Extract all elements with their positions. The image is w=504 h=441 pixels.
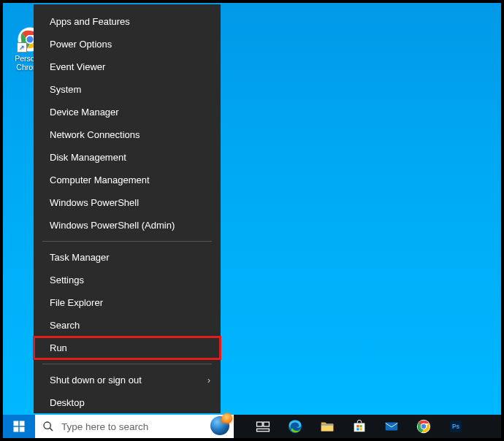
taskbar: Type here to search bbox=[3, 415, 501, 438]
svg-rect-5 bbox=[14, 427, 19, 432]
menu-item-label: Settings bbox=[50, 275, 84, 285]
menu-item-label: Shut down or sign out bbox=[50, 375, 142, 386]
menu-item-label: File Explorer bbox=[50, 297, 103, 308]
menu-item-label: Network Connections bbox=[50, 129, 140, 140]
svg-rect-4 bbox=[20, 421, 25, 426]
winx-context-menu: Apps and FeaturesPower OptionsEvent View… bbox=[34, 4, 221, 413]
taskbar-edge[interactable] bbox=[279, 415, 311, 438]
taskbar-file-explorer[interactable] bbox=[311, 415, 343, 438]
edge-icon bbox=[287, 418, 303, 434]
menu-item-label: Disk Management bbox=[50, 152, 126, 163]
menu-item-search[interactable]: Search bbox=[34, 314, 221, 337]
menu-item-label: Apps and Features bbox=[50, 16, 130, 27]
menu-item-shut-down-or-sign-out[interactable]: Shut down or sign out› bbox=[34, 369, 221, 391]
menu-item-label: System bbox=[50, 84, 81, 95]
menu-item-windows-powershell[interactable]: Windows PowerShell bbox=[34, 191, 221, 214]
svg-rect-19 bbox=[386, 423, 398, 431]
menu-item-label: Power Options bbox=[50, 39, 112, 50]
svg-point-7 bbox=[44, 422, 50, 429]
chrome-icon bbox=[416, 418, 432, 434]
svg-text:Ps: Ps bbox=[452, 423, 460, 430]
menu-item-label: Search bbox=[50, 320, 80, 331]
svg-rect-17 bbox=[356, 428, 359, 430]
taskbar-microsoft-store[interactable] bbox=[343, 415, 375, 438]
taskbar-mail[interactable] bbox=[375, 415, 408, 438]
menu-item-device-manager[interactable]: Device Manager bbox=[34, 101, 221, 123]
svg-rect-13 bbox=[321, 424, 334, 425]
task-view-icon bbox=[255, 418, 271, 434]
search-icon bbox=[42, 421, 54, 432]
menu-item-label: Event Viewer bbox=[50, 61, 105, 72]
menu-item-network-connections[interactable]: Network Connections bbox=[34, 123, 221, 146]
menu-item-computer-management[interactable]: Computer Management bbox=[34, 169, 221, 191]
start-button[interactable] bbox=[3, 415, 35, 438]
shortcut-badge-icon: ↗ bbox=[17, 42, 27, 53]
menu-item-settings[interactable]: Settings bbox=[34, 269, 221, 291]
menu-item-system[interactable]: System bbox=[34, 78, 221, 101]
svg-line-8 bbox=[50, 428, 53, 431]
svg-rect-10 bbox=[264, 422, 270, 426]
chevron-right-icon: › bbox=[207, 375, 210, 386]
store-icon bbox=[351, 418, 367, 434]
menu-item-task-manager[interactable]: Task Manager bbox=[34, 246, 221, 269]
svg-rect-15 bbox=[356, 425, 359, 427]
menu-separator bbox=[42, 364, 212, 364]
menu-item-label: Windows PowerShell bbox=[50, 197, 139, 208]
desktop[interactable]: ↗ Personal Chrome Apps and FeaturesPower… bbox=[3, 3, 501, 415]
svg-rect-9 bbox=[257, 422, 263, 426]
search-placeholder: Type here to search bbox=[61, 421, 226, 432]
taskbar-photoshop[interactable]: Ps bbox=[440, 415, 472, 438]
menu-item-desktop[interactable]: Desktop bbox=[34, 391, 221, 414]
taskbar-task-view[interactable] bbox=[247, 415, 279, 438]
menu-item-event-viewer[interactable]: Event Viewer bbox=[34, 55, 221, 78]
svg-rect-18 bbox=[359, 428, 362, 430]
menu-item-disk-management[interactable]: Disk Management bbox=[34, 146, 221, 169]
svg-rect-16 bbox=[359, 425, 362, 427]
menu-item-power-options[interactable]: Power Options bbox=[34, 33, 221, 55]
menu-item-label: Windows PowerShell (Admin) bbox=[50, 220, 175, 231]
svg-rect-11 bbox=[257, 429, 270, 431]
menu-item-file-explorer[interactable]: File Explorer bbox=[34, 291, 221, 314]
menu-item-label: Computer Management bbox=[50, 175, 150, 185]
taskbar-search[interactable]: Type here to search bbox=[35, 415, 234, 438]
mail-icon bbox=[383, 418, 400, 434]
menu-separator bbox=[42, 241, 212, 242]
menu-item-apps-and-features[interactable]: Apps and Features bbox=[34, 10, 221, 33]
menu-item-windows-powershell-admin[interactable]: Windows PowerShell (Admin) bbox=[34, 214, 221, 237]
photoshop-icon: Ps bbox=[448, 418, 464, 434]
taskbar-chrome[interactable] bbox=[408, 415, 440, 438]
cortana-orb-icon[interactable] bbox=[210, 416, 231, 437]
menu-item-label: Device Manager bbox=[50, 107, 119, 118]
svg-rect-3 bbox=[14, 421, 19, 426]
svg-rect-14 bbox=[354, 423, 365, 432]
menu-item-label: Task Manager bbox=[50, 252, 110, 263]
menu-item-run[interactable]: Run bbox=[34, 337, 221, 359]
windows-logo-icon bbox=[12, 420, 26, 433]
menu-item-label: Desktop bbox=[50, 397, 85, 408]
svg-rect-6 bbox=[20, 427, 25, 432]
folder-icon bbox=[319, 418, 335, 434]
menu-item-label: Run bbox=[50, 342, 67, 353]
